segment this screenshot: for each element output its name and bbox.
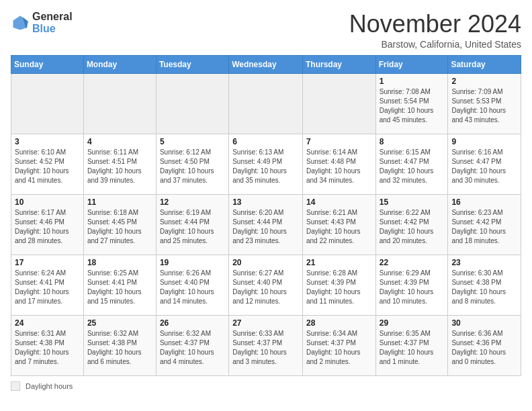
day-info: Sunrise: 6:35 AM Sunset: 4:37 PM Dayligh… xyxy=(380,329,445,367)
calendar-day-cell: 25Sunrise: 6:32 AM Sunset: 4:38 PM Dayli… xyxy=(83,315,156,375)
day-number: 25 xyxy=(87,318,152,328)
calendar-day-cell: 13Sunrise: 6:20 AM Sunset: 4:44 PM Dayli… xyxy=(229,194,303,255)
calendar-day-cell: 24Sunrise: 6:31 AM Sunset: 4:38 PM Dayli… xyxy=(11,315,84,375)
calendar-day-cell: 17Sunrise: 6:24 AM Sunset: 4:41 PM Dayli… xyxy=(11,255,84,315)
logo-icon xyxy=(11,13,30,32)
day-info: Sunrise: 6:11 AM Sunset: 4:51 PM Dayligh… xyxy=(87,148,152,185)
day-info: Sunrise: 6:22 AM Sunset: 4:42 PM Dayligh… xyxy=(380,208,445,246)
day-number: 5 xyxy=(160,137,225,146)
calendar-week-row: 10Sunrise: 6:17 AM Sunset: 4:46 PM Dayli… xyxy=(11,194,521,255)
logo-blue-text: Blue xyxy=(32,23,73,35)
calendar-day-cell: 30Sunrise: 6:36 AM Sunset: 4:36 PM Dayli… xyxy=(448,315,521,375)
calendar-day-cell: 5Sunrise: 6:12 AM Sunset: 4:50 PM Daylig… xyxy=(156,134,228,194)
day-info: Sunrise: 6:25 AM Sunset: 4:41 PM Dayligh… xyxy=(87,269,152,306)
day-number: 6 xyxy=(232,137,299,146)
calendar-day-cell: 11Sunrise: 6:18 AM Sunset: 4:45 PM Dayli… xyxy=(83,194,156,255)
calendar-day-cell: 28Sunrise: 6:34 AM Sunset: 4:37 PM Dayli… xyxy=(302,315,375,375)
calendar-day-cell: 15Sunrise: 6:22 AM Sunset: 4:42 PM Dayli… xyxy=(375,194,448,255)
legend-label: Daylight hours xyxy=(26,382,73,390)
day-info: Sunrise: 6:12 AM Sunset: 4:50 PM Dayligh… xyxy=(160,148,225,185)
day-number: 13 xyxy=(232,197,299,207)
calendar-day-header: Sunday xyxy=(11,55,84,73)
day-info: Sunrise: 6:15 AM Sunset: 4:47 PM Dayligh… xyxy=(380,148,445,185)
day-info: Sunrise: 6:16 AM Sunset: 4:47 PM Dayligh… xyxy=(451,148,517,185)
day-info: Sunrise: 6:27 AM Sunset: 4:40 PM Dayligh… xyxy=(232,269,299,306)
calendar: SundayMondayTuesdayWednesdayThursdayFrid… xyxy=(11,55,521,376)
day-number: 24 xyxy=(15,318,80,328)
day-number: 23 xyxy=(451,258,517,267)
calendar-day-cell: 12Sunrise: 6:19 AM Sunset: 4:44 PM Dayli… xyxy=(156,194,228,255)
calendar-day-cell: 10Sunrise: 6:17 AM Sunset: 4:46 PM Dayli… xyxy=(11,194,84,255)
day-info: Sunrise: 6:24 AM Sunset: 4:41 PM Dayligh… xyxy=(15,269,80,306)
calendar-day-cell xyxy=(229,73,303,134)
day-number: 12 xyxy=(160,197,225,207)
logo: General Blue xyxy=(11,11,73,34)
day-info: Sunrise: 7:09 AM Sunset: 5:53 PM Dayligh… xyxy=(451,87,517,125)
day-info: Sunrise: 6:36 AM Sunset: 4:36 PM Dayligh… xyxy=(451,329,517,367)
calendar-day-cell: 26Sunrise: 6:32 AM Sunset: 4:37 PM Dayli… xyxy=(156,315,228,375)
day-info: Sunrise: 6:33 AM Sunset: 4:37 PM Dayligh… xyxy=(232,329,299,367)
title-block: November 2024 Barstow, California, Unite… xyxy=(349,11,521,50)
calendar-day-cell: 23Sunrise: 6:30 AM Sunset: 4:38 PM Dayli… xyxy=(448,255,521,315)
day-info: Sunrise: 6:23 AM Sunset: 4:42 PM Dayligh… xyxy=(451,208,517,246)
day-number: 3 xyxy=(15,137,80,146)
day-info: Sunrise: 6:17 AM Sunset: 4:46 PM Dayligh… xyxy=(15,208,80,246)
day-number: 9 xyxy=(451,137,517,146)
calendar-day-cell: 21Sunrise: 6:28 AM Sunset: 4:39 PM Dayli… xyxy=(302,255,375,315)
calendar-day-cell xyxy=(11,73,84,134)
calendar-day-cell xyxy=(156,73,228,134)
legend-box xyxy=(11,381,20,391)
calendar-day-cell: 8Sunrise: 6:15 AM Sunset: 4:47 PM Daylig… xyxy=(375,134,448,194)
day-number: 26 xyxy=(160,318,225,328)
day-info: Sunrise: 6:28 AM Sunset: 4:39 PM Dayligh… xyxy=(306,269,372,306)
calendar-day-cell: 4Sunrise: 6:11 AM Sunset: 4:51 PM Daylig… xyxy=(83,134,156,194)
day-number: 14 xyxy=(306,197,372,207)
calendar-day-cell: 1Sunrise: 7:08 AM Sunset: 5:54 PM Daylig… xyxy=(375,73,448,134)
day-number: 20 xyxy=(232,258,299,267)
calendar-day-cell: 16Sunrise: 6:23 AM Sunset: 4:42 PM Dayli… xyxy=(448,194,521,255)
calendar-day-cell xyxy=(302,73,375,134)
logo-general-text: General xyxy=(32,11,73,23)
calendar-week-row: 17Sunrise: 6:24 AM Sunset: 4:41 PM Dayli… xyxy=(11,255,521,315)
day-number: 19 xyxy=(160,258,225,267)
calendar-day-cell xyxy=(83,73,156,134)
day-number: 4 xyxy=(87,137,152,146)
calendar-day-header: Monday xyxy=(83,55,156,73)
logo-text: General Blue xyxy=(32,11,73,34)
page-header: General Blue November 2024 Barstow, Cali… xyxy=(11,11,521,50)
calendar-week-row: 3Sunrise: 6:10 AM Sunset: 4:52 PM Daylig… xyxy=(11,134,521,194)
day-info: Sunrise: 6:10 AM Sunset: 4:52 PM Dayligh… xyxy=(15,148,80,185)
day-number: 28 xyxy=(306,318,372,328)
calendar-day-header: Friday xyxy=(375,55,448,73)
calendar-week-row: 24Sunrise: 6:31 AM Sunset: 4:38 PM Dayli… xyxy=(11,315,521,375)
day-number: 16 xyxy=(451,197,517,207)
calendar-day-cell: 3Sunrise: 6:10 AM Sunset: 4:52 PM Daylig… xyxy=(11,134,84,194)
calendar-day-cell: 9Sunrise: 6:16 AM Sunset: 4:47 PM Daylig… xyxy=(448,134,521,194)
month-title: November 2024 xyxy=(349,11,521,38)
day-info: Sunrise: 6:34 AM Sunset: 4:37 PM Dayligh… xyxy=(306,329,372,367)
day-info: Sunrise: 7:08 AM Sunset: 5:54 PM Dayligh… xyxy=(380,87,445,125)
day-info: Sunrise: 6:19 AM Sunset: 4:44 PM Dayligh… xyxy=(160,208,225,246)
calendar-day-header: Wednesday xyxy=(229,55,303,73)
calendar-day-cell: 14Sunrise: 6:21 AM Sunset: 4:43 PM Dayli… xyxy=(302,194,375,255)
day-info: Sunrise: 6:26 AM Sunset: 4:40 PM Dayligh… xyxy=(160,269,225,306)
day-number: 30 xyxy=(451,318,517,328)
legend: Daylight hours xyxy=(11,381,521,391)
day-info: Sunrise: 6:29 AM Sunset: 4:39 PM Dayligh… xyxy=(380,269,445,306)
day-info: Sunrise: 6:31 AM Sunset: 4:38 PM Dayligh… xyxy=(15,329,80,367)
day-info: Sunrise: 6:14 AM Sunset: 4:48 PM Dayligh… xyxy=(306,148,372,185)
day-number: 15 xyxy=(380,197,445,207)
day-info: Sunrise: 6:32 AM Sunset: 4:37 PM Dayligh… xyxy=(160,329,225,367)
calendar-day-cell: 27Sunrise: 6:33 AM Sunset: 4:37 PM Dayli… xyxy=(229,315,303,375)
day-info: Sunrise: 6:18 AM Sunset: 4:45 PM Dayligh… xyxy=(87,208,152,246)
day-number: 27 xyxy=(232,318,299,328)
calendar-day-header: Thursday xyxy=(302,55,375,73)
calendar-day-header: Tuesday xyxy=(156,55,228,73)
day-number: 2 xyxy=(451,77,517,86)
day-number: 7 xyxy=(306,137,372,146)
day-info: Sunrise: 6:32 AM Sunset: 4:38 PM Dayligh… xyxy=(87,329,152,367)
day-info: Sunrise: 6:30 AM Sunset: 4:38 PM Dayligh… xyxy=(451,269,517,306)
calendar-day-cell: 6Sunrise: 6:13 AM Sunset: 4:49 PM Daylig… xyxy=(229,134,303,194)
calendar-day-header: Saturday xyxy=(448,55,521,73)
location: Barstow, California, United States xyxy=(349,39,521,50)
